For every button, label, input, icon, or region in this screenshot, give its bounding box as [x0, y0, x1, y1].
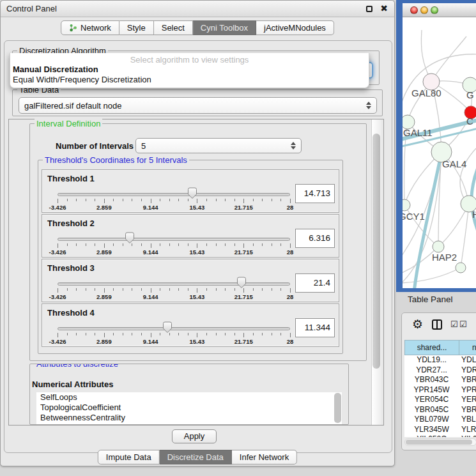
table-rows[interactable]: YDL19...YDL1YDR27...YDR2YBR043CYBR0YPR14… — [404, 355, 476, 437]
node-label: H — [472, 209, 476, 220]
table-data-combobox[interactable]: galFiltered.sif default node — [19, 97, 377, 114]
slider-ticks — [58, 333, 290, 338]
dropdown-option-equal-width-frequency[interactable]: Equal Width/Frequency Discretization — [10, 75, 369, 85]
close-traffic-light-icon[interactable] — [410, 6, 418, 14]
control-panel-window: Control Panel ✖ Network Style Select Cyn… — [0, 0, 395, 466]
threshold-value-field[interactable]: 6.316 — [295, 229, 335, 248]
tick-mark — [132, 243, 132, 246]
threshold-value-field[interactable]: 11.344 — [295, 318, 335, 337]
tick-mark — [188, 333, 188, 335]
tick-mark — [280, 199, 281, 201]
node-label: GAL4 — [442, 158, 466, 169]
table-cell[interactable]: YBL079W — [404, 415, 459, 425]
tick-mark — [123, 243, 123, 246]
slider-thumb[interactable] — [236, 277, 247, 289]
table-cell[interactable]: YBR043C — [404, 375, 459, 385]
tab-jactivemnodules[interactable]: jActiveMNodules — [256, 20, 334, 35]
table-row[interactable]: YDR27...YDR2 — [404, 365, 476, 376]
checkbox-icon[interactable]: ☑ — [450, 319, 458, 329]
tab-cyni-toolbox[interactable]: Cyni Toolbox — [193, 20, 256, 35]
tick-mark — [234, 243, 235, 246]
table-cell[interactable]: YER0 — [459, 395, 476, 405]
table-cell[interactable]: YLR3 — [459, 425, 476, 435]
network-canvas[interactable]: GAL80 G C GAL11 GAL4 GCY1 H HAP2 — [403, 17, 476, 288]
table-cell[interactable]: YBR045C — [404, 405, 459, 415]
node-gcy1[interactable] — [403, 199, 410, 211]
spinner-value: 5 — [141, 141, 291, 151]
table-cell[interactable]: YER054C — [404, 395, 459, 405]
table-row[interactable]: YLR345WYLR3 — [404, 425, 476, 435]
table-header-row: shared... n — [404, 340, 476, 355]
table-cell[interactable]: YIL052C — [404, 434, 459, 437]
horizontal-scrollbar-track[interactable] — [404, 438, 476, 446]
tick-mark — [188, 243, 188, 246]
slider-ticks — [58, 288, 290, 293]
table-cell[interactable]: YBL0 — [459, 415, 476, 425]
slider-thumb[interactable] — [187, 187, 197, 199]
table-cell[interactable]: YIL0 — [459, 434, 476, 437]
table-cell[interactable]: YBR0 — [459, 375, 476, 385]
table-row[interactable]: YIL052CYIL0 — [404, 434, 476, 437]
split-columns-icon[interactable] — [432, 319, 442, 330]
tick-mark — [104, 288, 105, 293]
table-cell[interactable]: YDR2 — [459, 365, 476, 376]
slider-thumb[interactable] — [125, 232, 135, 244]
tab-style[interactable]: Style — [119, 20, 154, 35]
slider-track[interactable] — [58, 327, 290, 330]
table-cell[interactable]: YDR27... — [404, 365, 459, 376]
node-hap2[interactable] — [433, 241, 444, 252]
slider-track[interactable] — [58, 193, 290, 196]
tab-discretize-data[interactable]: Discretize Data — [160, 450, 232, 464]
tab-select[interactable]: Select — [154, 20, 193, 35]
table-row[interactable]: YBL079WYBL0 — [404, 415, 476, 425]
tab-network[interactable]: Network — [61, 20, 119, 35]
table-row[interactable]: YBR043CYBR0 — [404, 375, 476, 385]
tick-mark — [272, 333, 272, 335]
attribute-item[interactable]: SelfLoops — [36, 392, 342, 403]
table-row[interactable]: YER054CYER0 — [404, 395, 476, 405]
table-cell[interactable]: YPR145W — [404, 385, 459, 395]
slider-thumb[interactable] — [162, 321, 173, 334]
table-cell[interactable]: YPR1 — [459, 385, 476, 395]
node-small[interactable] — [456, 263, 466, 273]
control-panel-titlebar[interactable]: Control Panel ✖ — [1, 1, 394, 17]
tab-impute-data[interactable]: Impute Data — [98, 450, 160, 464]
attribute-item[interactable]: BetweennessCentrality — [36, 413, 342, 423]
threshold-value-field[interactable]: 21.4 — [295, 273, 335, 293]
numerical-attributes-list[interactable]: SelfLoopsTopologicalCoefficientBetweenne… — [36, 392, 342, 424]
column-header-name[interactable]: n — [459, 340, 476, 355]
tick-mark — [243, 243, 244, 248]
tab-infer-network[interactable]: Infer Network — [232, 450, 297, 464]
slider-track[interactable] — [58, 238, 290, 241]
slider-track[interactable] — [58, 282, 290, 286]
interval-definition-group: Interval Definition Number of Intervals … — [29, 123, 367, 361]
threshold-value-field[interactable]: 14.713 — [295, 184, 335, 203]
tick-mark — [67, 288, 68, 291]
column-header-shared-name[interactable]: shared... — [404, 340, 459, 355]
network-window-titlebar[interactable] — [403, 3, 476, 17]
dropdown-option-manual-discretization[interactable]: Manual Discretization — [10, 65, 369, 75]
table-row[interactable]: YPR145WYPR1 — [404, 385, 476, 395]
node-label: C — [466, 116, 473, 127]
num-intervals-spinner[interactable]: 5 — [135, 138, 302, 153]
attribute-item[interactable]: TopologicalCoefficient — [36, 403, 342, 413]
gear-icon[interactable]: ⚙ — [412, 317, 423, 331]
table-cell[interactable]: YLR345W — [404, 425, 459, 435]
close-icon[interactable]: ✖ — [380, 3, 388, 13]
slider-scale-labels: -3.4262.8599.14415.4321.71528 — [58, 293, 290, 300]
table-row[interactable]: YBR045CYBR0 — [404, 405, 476, 415]
table-cell[interactable]: YBR0 — [459, 405, 476, 415]
apply-button[interactable]: Apply — [172, 429, 217, 443]
list-scrollbar-thumb[interactable] — [334, 393, 341, 423]
checkbox-icon[interactable]: ☑ — [459, 319, 467, 329]
horizontal-scrollbar-thumb[interactable] — [406, 440, 472, 445]
float-window-icon[interactable] — [366, 6, 372, 12]
table-cell[interactable]: YDL1 — [459, 355, 476, 365]
table-row[interactable]: YDL19...YDL1 — [404, 355, 476, 365]
scale-label: 28 — [287, 249, 294, 256]
tick-mark — [234, 288, 235, 291]
vertical-scrollbar-thumb[interactable] — [372, 134, 380, 369]
table-cell[interactable]: YDL19... — [404, 355, 459, 365]
minimize-traffic-light-icon[interactable] — [420, 6, 428, 14]
zoom-traffic-light-icon[interactable] — [431, 6, 438, 14]
